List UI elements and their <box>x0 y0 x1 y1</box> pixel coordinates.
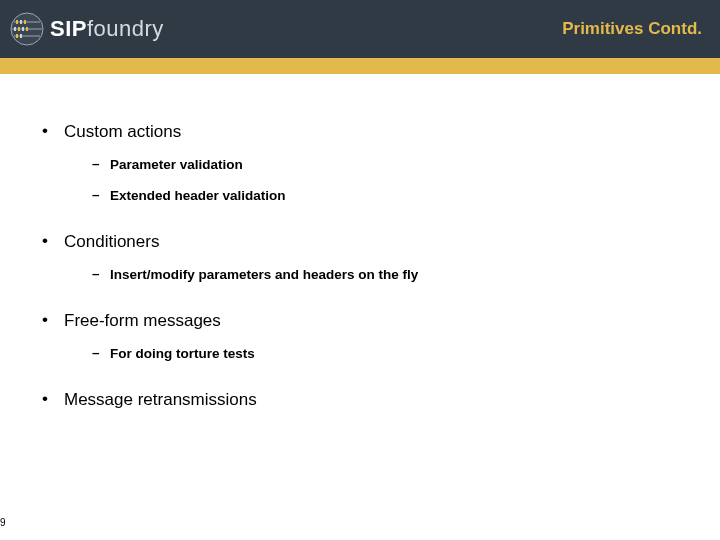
svg-rect-12 <box>20 34 22 38</box>
svg-rect-11 <box>16 34 18 38</box>
list-item: Conditioners Insert/modify parameters an… <box>42 228 692 297</box>
logo-text-sip: SIP <box>50 16 87 41</box>
svg-rect-5 <box>20 20 22 24</box>
svg-rect-4 <box>16 20 18 24</box>
list-item-label: Message retransmissions <box>64 390 257 409</box>
sub-list-item-label: Parameter validation <box>110 157 243 172</box>
accent-bar <box>0 58 720 74</box>
list-item: Message retransmissions <box>42 386 692 412</box>
sub-list-item-label: Extended header validation <box>110 188 286 203</box>
slide-header: SIPfoundry Primitives Contd. <box>0 0 720 58</box>
sub-list: Insert/modify parameters and headers on … <box>64 264 692 285</box>
svg-rect-8 <box>18 27 20 31</box>
bullet-list: Custom actions Parameter validation Exte… <box>42 118 692 412</box>
slide-title: Primitives Contd. <box>562 19 702 39</box>
list-item-label: Custom actions <box>64 122 181 141</box>
list-item: Custom actions Parameter validation Exte… <box>42 118 692 218</box>
sub-list-item: For doing torture tests <box>92 343 692 364</box>
logo-text-foundry: foundry <box>87 16 164 41</box>
sub-list-item: Insert/modify parameters and headers on … <box>92 264 692 285</box>
svg-rect-7 <box>14 27 16 31</box>
sub-list: For doing torture tests <box>64 343 692 364</box>
slide-content: Custom actions Parameter validation Exte… <box>0 74 720 412</box>
page-number: 9 <box>0 517 6 528</box>
list-item-label: Conditioners <box>64 232 159 251</box>
svg-rect-6 <box>24 20 26 24</box>
logo-icon <box>10 12 44 46</box>
list-item-label: Free-form messages <box>64 311 221 330</box>
list-item: Free-form messages For doing torture tes… <box>42 307 692 376</box>
sub-list-item: Parameter validation <box>92 154 692 175</box>
sub-list: Parameter validation Extended header val… <box>64 154 692 206</box>
logo-text: SIPfoundry <box>50 16 164 42</box>
sub-list-item-label: Insert/modify parameters and headers on … <box>110 267 418 282</box>
sub-list-item-label: For doing torture tests <box>110 346 255 361</box>
svg-rect-9 <box>22 27 24 31</box>
svg-rect-10 <box>26 27 28 31</box>
logo: SIPfoundry <box>10 12 164 46</box>
sub-list-item: Extended header validation <box>92 185 692 206</box>
